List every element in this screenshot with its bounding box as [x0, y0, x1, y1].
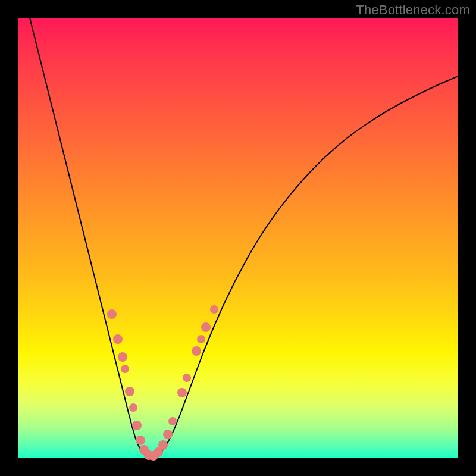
- data-dot: [118, 352, 127, 362]
- chart-svg: [18, 18, 458, 458]
- data-dot: [163, 430, 173, 439]
- data-dots: [107, 305, 218, 461]
- data-dot: [113, 334, 123, 344]
- watermark-text: TheBottleneck.com: [356, 2, 470, 18]
- data-dot: [136, 436, 145, 445]
- data-dot: [132, 421, 142, 430]
- data-dot: [121, 365, 129, 373]
- plot-area: [18, 18, 458, 458]
- data-dot: [125, 387, 134, 396]
- data-dot: [210, 305, 218, 314]
- data-dot: [129, 403, 137, 412]
- chart-frame: TheBottleneck.com: [0, 0, 476, 476]
- bottleneck-curve: [30, 18, 458, 457]
- data-dot: [192, 346, 201, 356]
- data-dot: [168, 417, 177, 425]
- data-dot: [107, 309, 117, 319]
- data-dot: [183, 374, 191, 382]
- data-dot: [197, 335, 205, 343]
- data-dot: [158, 440, 168, 450]
- data-dot: [201, 322, 211, 332]
- data-dot: [177, 388, 187, 397]
